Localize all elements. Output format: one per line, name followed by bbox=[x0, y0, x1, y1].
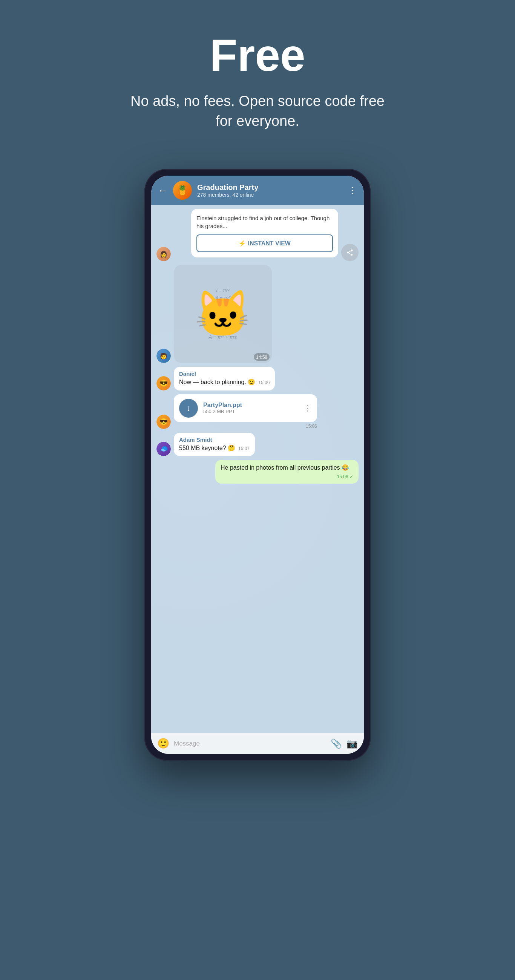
hero-section: Free No ads, no fees. Open source code f… bbox=[110, 0, 405, 146]
message-row-daniel-file: 😎 ↓ PartyPlan.ppt 550.2 MB PPT ⋮ 15:06 bbox=[156, 394, 359, 429]
message-row-outgoing: He pasted in photos from all previous pa… bbox=[156, 460, 359, 484]
share-icon bbox=[346, 249, 354, 256]
outgoing-bubble: He pasted in photos from all previous pa… bbox=[215, 460, 359, 484]
sticker-time: 14:58 bbox=[254, 353, 269, 361]
attach-button[interactable]: 📎 bbox=[331, 738, 342, 749]
share-button[interactable] bbox=[341, 244, 359, 261]
camera-button[interactable]: 📷 bbox=[346, 738, 358, 749]
file-bubble-wrapper: ↓ PartyPlan.ppt 550.2 MB PPT ⋮ 15:06 bbox=[174, 394, 317, 429]
group-name: Graduation Party bbox=[197, 183, 343, 192]
adam-avatar: 🧢 bbox=[156, 442, 171, 456]
group-avatar-img: 🍍 bbox=[173, 181, 192, 200]
daniel-text-bubble: Daniel Now — back to planning. 😉 15:06 bbox=[174, 367, 275, 390]
iv-message-row: 👩 Einstein struggled to find a job out o… bbox=[156, 209, 359, 261]
daniel-avatar: 😎 bbox=[156, 376, 171, 390]
instant-view-label: ⚡ INSTANT VIEW bbox=[239, 240, 291, 247]
file-name: PartyPlan.ppt bbox=[203, 402, 298, 409]
message-row-daniel-text: 😎 Daniel Now — back to planning. 😉 15:06 bbox=[156, 367, 359, 390]
more-options-icon[interactable]: ⋮ bbox=[348, 185, 357, 196]
sticker-row: 🧑 l = πr² A = πr² V = l³ P = 2πr A = πr² bbox=[156, 265, 359, 363]
file-info: PartyPlan.ppt 550.2 MB PPT bbox=[203, 402, 298, 414]
outgoing-text-content: He pasted in photos from all previous pa… bbox=[220, 464, 353, 472]
sticker-box: l = πr² A = πr² V = l³ P = 2πr A = πr² s… bbox=[174, 265, 272, 363]
adam-text-content: 550 MB keynote? 🤔 15:07 bbox=[179, 444, 250, 452]
message-row-adam: 🧢 Adam Smidt 550 MB keynote? 🤔 15:07 bbox=[156, 433, 359, 456]
chat-header: ← 🍍 Graduation Party 278 members, 42 onl… bbox=[151, 176, 364, 205]
iv-card-wrapper: Einstein struggled to find a job out of … bbox=[174, 209, 338, 261]
instant-view-button[interactable]: ⚡ INSTANT VIEW bbox=[196, 234, 333, 252]
iv-sender-avatar: 👩 bbox=[156, 247, 171, 261]
chat-info: Graduation Party 278 members, 42 online bbox=[197, 183, 343, 198]
group-members: 278 members, 42 online bbox=[197, 192, 343, 198]
file-more-icon[interactable]: ⋮ bbox=[303, 403, 312, 413]
emoji-button[interactable]: 🙂 bbox=[157, 738, 169, 749]
message-input[interactable]: Message bbox=[174, 740, 326, 748]
sticker-container: l = πr² A = πr² V = l³ P = 2πr A = πr² s… bbox=[174, 265, 272, 363]
checkmark-icon: ✓ bbox=[349, 474, 353, 479]
file-time: 15:06 bbox=[174, 424, 317, 429]
daniel-file-avatar: 😎 bbox=[156, 415, 171, 429]
hero-title: Free bbox=[126, 30, 389, 80]
hero-subtitle: No ads, no fees. Open source code free f… bbox=[126, 91, 389, 131]
article-preview-text: Einstein struggled to find a job out of … bbox=[196, 214, 333, 230]
phone-inner: ← 🍍 Graduation Party 278 members, 42 onl… bbox=[151, 176, 364, 754]
daniel-text-time: 15:06 bbox=[258, 380, 269, 386]
chat-input-bar: 🙂 Message 📎 📷 bbox=[151, 733, 364, 754]
daniel-text-content: Now — back to planning. 😉 15:06 bbox=[179, 378, 269, 387]
adam-sender-name: Adam Smidt bbox=[179, 436, 250, 443]
chat-body: 👩 Einstein struggled to find a job out o… bbox=[151, 205, 364, 733]
group-avatar: 🍍 bbox=[173, 181, 192, 200]
sticker-sender-avatar: 🧑 bbox=[156, 348, 171, 363]
download-button[interactable]: ↓ bbox=[179, 399, 198, 418]
cat-sticker: 🐱 bbox=[195, 288, 251, 341]
outgoing-time: 15:08 ✓ bbox=[337, 474, 353, 480]
instant-view-card: Einstein struggled to find a job out of … bbox=[191, 209, 338, 258]
back-button[interactable]: ← bbox=[158, 185, 168, 196]
file-bubble: ↓ PartyPlan.ppt 550.2 MB PPT ⋮ bbox=[174, 394, 317, 422]
adam-bubble: Adam Smidt 550 MB keynote? 🤔 15:07 bbox=[174, 433, 255, 456]
file-size: 550.2 MB PPT bbox=[203, 409, 298, 414]
phone-mockup: ← 🍍 Graduation Party 278 members, 42 onl… bbox=[144, 169, 371, 760]
daniel-sender-name: Daniel bbox=[179, 371, 269, 377]
phone-outer: ← 🍍 Graduation Party 278 members, 42 onl… bbox=[144, 169, 371, 760]
adam-time: 15:07 bbox=[238, 445, 250, 452]
